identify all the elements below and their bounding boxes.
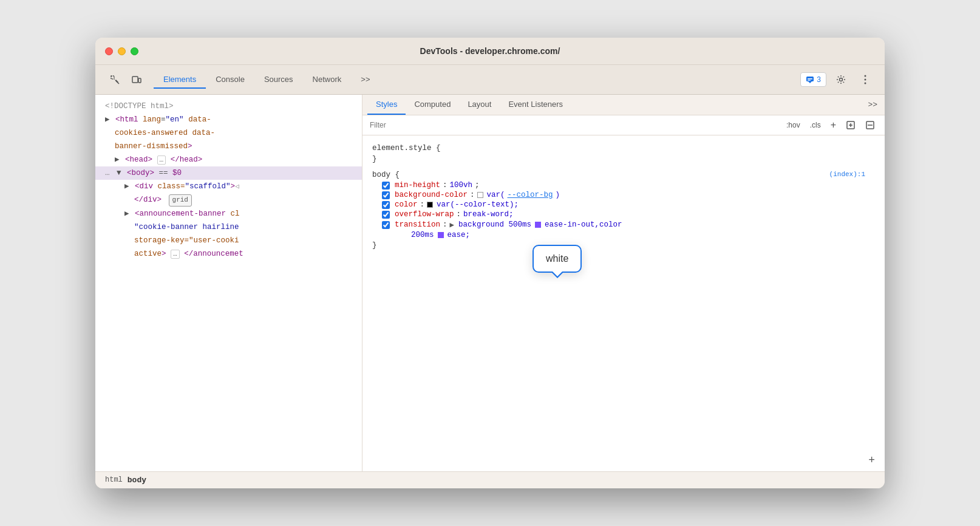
- rule-min-height: min-height : 100vh ;: [362, 180, 885, 190]
- element-style-block: element.style { }: [362, 140, 885, 167]
- dom-announcement4: active> … </announcemet: [95, 247, 362, 261]
- svg-point-8: [865, 75, 866, 77]
- traffic-lights: [105, 47, 138, 55]
- toolbar: Elements Console Sources Network >> 3: [95, 65, 885, 95]
- svg-rect-3: [138, 78, 141, 83]
- breadcrumb-html[interactable]: html: [105, 476, 123, 485]
- tab-sources[interactable]: Sources: [254, 71, 303, 89]
- styles-more-tabs[interactable]: >>: [865, 95, 880, 114]
- rule-overflow-wrap: overflow-wrap : break-word;: [362, 210, 885, 219]
- devtools-window: DevTools - developer.chrome.com/ Element…: [95, 38, 885, 488]
- maximize-button[interactable]: [131, 47, 138, 55]
- dom-head[interactable]: ▶ <head> … </head>: [95, 153, 362, 166]
- filter-bar: :hov .cls +: [362, 115, 885, 135]
- ease-in-out-swatch[interactable]: [535, 222, 541, 228]
- dom-doctype: <!DOCTYPE html>: [95, 100, 362, 113]
- dom-announcement2: "cookie-banner hairline: [95, 220, 362, 234]
- dom-announcement3: storage-key="user-cooki: [95, 234, 362, 247]
- tab-console[interactable]: Console: [206, 71, 254, 89]
- styles-content: element.style { } body { (index):1 min-h…: [362, 135, 885, 471]
- inspect-element-button[interactable]: [105, 70, 124, 89]
- inspect-styles-button[interactable]: [863, 118, 877, 132]
- styles-panel: Styles Computed Layout Event Listeners >…: [362, 95, 885, 471]
- rule-overflow-wrap-checkbox[interactable]: [382, 211, 390, 219]
- tab-elements[interactable]: Elements: [154, 71, 206, 89]
- svg-rect-2: [132, 77, 138, 83]
- dom-body[interactable]: … ▼ <body> == $0: [95, 166, 362, 180]
- color-tooltip: white: [533, 245, 582, 273]
- svg-rect-6: [808, 80, 811, 81]
- body-style-block: body { (index):1 min-height : 100vh ;: [362, 167, 885, 253]
- tab-event-listeners[interactable]: Event Listeners: [500, 95, 571, 115]
- dom-panel: <!DOCTYPE html> ▶ <html lang="en" data- …: [95, 95, 362, 471]
- messages-count: 3: [817, 75, 821, 84]
- tab-more[interactable]: >>: [351, 71, 379, 89]
- filter-input[interactable]: [370, 121, 777, 129]
- minimize-button[interactable]: [118, 47, 126, 55]
- tab-computed[interactable]: Computed: [406, 95, 459, 115]
- rule-min-height-checkbox[interactable]: [382, 182, 390, 190]
- body-style-close: }: [362, 240, 885, 251]
- breadcrumb: html body: [95, 471, 885, 488]
- element-style-close: }: [362, 154, 885, 165]
- rule-color: color : var(--color-text);: [362, 200, 885, 210]
- rule-background-color: background-color : var(--color-bg): [362, 190, 885, 200]
- breadcrumb-body[interactable]: body: [128, 476, 146, 485]
- dom-div-close: </div> grid: [95, 193, 362, 207]
- device-toggle-button[interactable]: [127, 70, 146, 89]
- svg-point-9: [865, 79, 866, 81]
- rule-transition-checkbox[interactable]: [382, 221, 390, 229]
- svg-rect-0: [111, 76, 114, 79]
- bg-color-swatch[interactable]: [477, 192, 483, 198]
- new-style-rule-button[interactable]: +: [828, 118, 839, 132]
- toolbar-right: 3: [800, 70, 875, 89]
- rule-color-checkbox[interactable]: [382, 201, 390, 209]
- hov-button[interactable]: :hov: [784, 120, 803, 131]
- tab-network[interactable]: Network: [303, 71, 352, 89]
- dom-div-scaffold[interactable]: ▶ <div class="scaffold">◁: [95, 180, 362, 193]
- dom-announcement[interactable]: ▶ <announcement-banner cl: [95, 207, 362, 220]
- tab-styles[interactable]: Styles: [367, 95, 406, 115]
- element-style-selector: element.style {: [362, 143, 885, 154]
- ease-swatch[interactable]: [438, 232, 444, 238]
- toggle-element-state[interactable]: [843, 118, 858, 132]
- tab-layout[interactable]: Layout: [459, 95, 500, 115]
- svg-point-10: [865, 83, 866, 84]
- color-swatch[interactable]: [427, 202, 433, 208]
- dom-html-attr2: cookies-answered data-: [95, 126, 362, 140]
- add-style-rule-button[interactable]: +: [868, 454, 875, 466]
- settings-button[interactable]: [831, 70, 851, 89]
- rule-bg-color-checkbox[interactable]: [382, 191, 390, 199]
- rule-transition: transition : ▶ background 500ms ease-in-…: [362, 219, 885, 230]
- close-button[interactable]: [105, 47, 113, 55]
- style-source[interactable]: (index):1: [829, 171, 865, 178]
- title-bar: DevTools - developer.chrome.com/: [95, 38, 885, 65]
- cls-button[interactable]: .cls: [808, 120, 823, 131]
- main-tabs: Elements Console Sources Network >>: [154, 71, 798, 89]
- styles-tabs: Styles Computed Layout Event Listeners >…: [362, 95, 885, 115]
- window-title: DevTools - developer.chrome.com/: [420, 46, 560, 56]
- more-options-button[interactable]: [856, 70, 875, 89]
- svg-rect-5: [808, 78, 812, 80]
- dom-html-attr3: banner-dismissed>: [95, 140, 362, 153]
- color-bg-link[interactable]: --color-bg: [508, 191, 553, 199]
- body-selector: body { (index):1: [362, 169, 885, 180]
- filter-actions: :hov .cls +: [784, 118, 877, 132]
- main-content: <!DOCTYPE html> ▶ <html lang="en" data- …: [95, 95, 885, 471]
- tooltip-text: white: [546, 253, 568, 264]
- svg-point-7: [840, 78, 843, 81]
- dom-html-open[interactable]: ▶ <html lang="en" data-: [95, 113, 362, 126]
- rule-transition-cont: 200ms ease;: [362, 230, 885, 240]
- messages-badge[interactable]: 3: [800, 72, 826, 87]
- transition-expand-icon[interactable]: ▶: [450, 220, 455, 230]
